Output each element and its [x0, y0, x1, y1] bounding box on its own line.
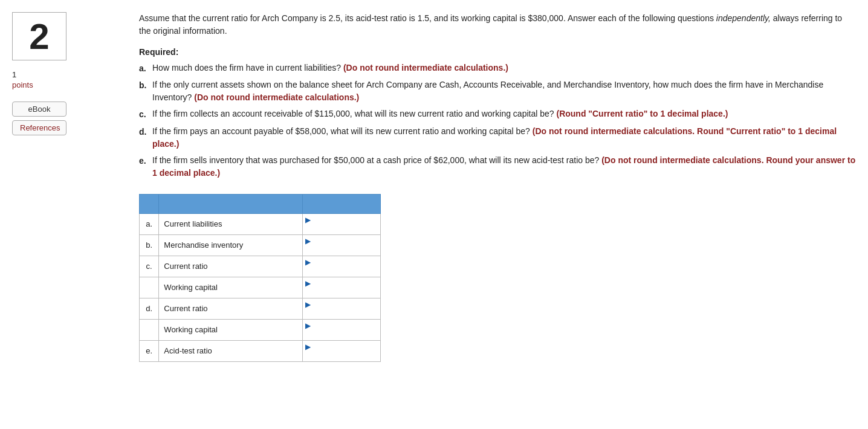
row-c1-label: Current ratio — [159, 256, 302, 277]
question-text-e: If the firm sells inventory that was pur… — [152, 154, 856, 179]
question-item-a: a. How much does the firm have in curren… — [139, 62, 856, 75]
row-d1-input[interactable] — [305, 309, 378, 318]
question-item-c: c. If the firm collects an account recei… — [139, 108, 856, 121]
row-d1-label: Current ratio — [159, 298, 302, 319]
points-label: points — [12, 80, 121, 89]
table-row-c1: c. Current ratio ▶ — [140, 256, 381, 277]
row-c2-label: Working capital — [159, 277, 302, 298]
question-bold-d: (Do not round intermediate calculations.… — [152, 126, 837, 149]
row-c2-input-cell[interactable]: ▶ — [302, 277, 380, 298]
answer-table: a. Current liabilities ▶ b. Merchandise … — [139, 194, 381, 362]
col-header-value — [302, 194, 380, 213]
question-bold-a: (Do not round intermediate calculations.… — [343, 63, 508, 73]
row-e-arrow: ▶ — [305, 343, 311, 351]
question-item-d: d. If the firm pays an account payable o… — [139, 125, 856, 150]
row-c1-input[interactable] — [305, 266, 378, 276]
question-letter-b: b. — [139, 79, 150, 104]
row-b-arrow: ▶ — [305, 237, 311, 245]
row-d1-input-cell[interactable]: ▶ — [302, 298, 380, 319]
table-row-c2: Working capital ▶ — [140, 277, 381, 298]
row-d2-input[interactable] — [305, 330, 378, 339]
main-content: Assume that the current ratio for Arch C… — [133, 12, 856, 362]
row-b-input-cell[interactable]: ▶ — [302, 234, 380, 256]
row-a-letter: a. — [140, 213, 159, 234]
table-row-d1: d. Current ratio ▶ — [140, 298, 381, 319]
row-c1-letter: c. — [140, 256, 159, 277]
row-d2-letter — [140, 319, 159, 340]
required-label: Required: — [139, 47, 856, 57]
question-letter-d: d. — [139, 125, 150, 150]
col-header-letter — [140, 194, 159, 213]
question-text-d: If the firm pays an account payable of $… — [152, 125, 856, 150]
row-d2-label: Working capital — [159, 319, 302, 340]
row-e-input[interactable] — [305, 351, 378, 360]
row-a-arrow: ▶ — [305, 216, 311, 224]
question-letter-c: c. — [139, 108, 150, 121]
intro-text: Assume that the current ratio for Arch C… — [139, 12, 856, 37]
col-header-label — [159, 194, 302, 213]
table-row-a: a. Current liabilities ▶ — [140, 213, 381, 234]
ebook-button[interactable]: eBook — [12, 102, 66, 117]
row-c2-letter — [140, 277, 159, 298]
references-button[interactable]: References — [12, 120, 66, 135]
table-header-row — [140, 194, 381, 213]
table-row-e: e. Acid-test ratio ▶ — [140, 340, 381, 361]
row-d2-input-cell[interactable]: ▶ — [302, 319, 380, 340]
questions-list: a. How much does the firm have in curren… — [139, 62, 856, 179]
row-b-input[interactable] — [305, 245, 378, 254]
row-a-input[interactable] — [305, 224, 378, 233]
question-item-e: e. If the firm sells inventory that was … — [139, 154, 856, 179]
row-e-label: Acid-test ratio — [159, 340, 302, 361]
points-number: 1 — [12, 70, 121, 79]
question-bold-e: (Do not round intermediate calculations.… — [152, 155, 855, 178]
intro-text-before-italic: Assume that the current ratio for Arch C… — [139, 13, 716, 23]
row-b-label: Merchandise inventory — [159, 234, 302, 256]
question-text-c: If the firm collects an account receivab… — [152, 108, 856, 121]
question-bold-b: (Do not round intermediate calculations.… — [194, 92, 359, 102]
row-b-letter: b. — [140, 234, 159, 256]
question-number-box: 2 — [12, 12, 66, 60]
page-layout: 2 1 points eBook References Assume that … — [12, 12, 856, 362]
row-c1-input-cell[interactable]: ▶ — [302, 256, 380, 277]
table-row-b: b. Merchandise inventory ▶ — [140, 234, 381, 256]
question-number: 2 — [29, 16, 49, 57]
row-d1-letter: d. — [140, 298, 159, 319]
question-text-a: How much does the firm have in current l… — [152, 62, 856, 75]
question-text-b: If the only current assets shown on the … — [152, 79, 856, 104]
row-e-letter: e. — [140, 340, 159, 361]
question-letter-e: e. — [139, 154, 150, 179]
table-row-d2: Working capital ▶ — [140, 319, 381, 340]
row-d1-arrow: ▶ — [305, 300, 311, 309]
row-c2-arrow: ▶ — [305, 279, 311, 288]
row-e-input-cell[interactable]: ▶ — [302, 340, 380, 361]
row-d2-arrow: ▶ — [305, 321, 311, 330]
row-c2-input[interactable] — [305, 288, 378, 297]
row-c1-arrow: ▶ — [305, 258, 311, 266]
question-letter-a: a. — [139, 62, 150, 75]
question-item-b: b. If the only current assets shown on t… — [139, 79, 856, 104]
left-panel: 2 1 points eBook References — [12, 12, 133, 362]
intro-italic: independently, — [716, 13, 771, 23]
row-a-input-cell[interactable]: ▶ — [302, 213, 380, 234]
question-bold-c: (Round "Current ratio" to 1 decimal plac… — [556, 109, 728, 118]
row-a-label: Current liabilities — [159, 213, 302, 234]
